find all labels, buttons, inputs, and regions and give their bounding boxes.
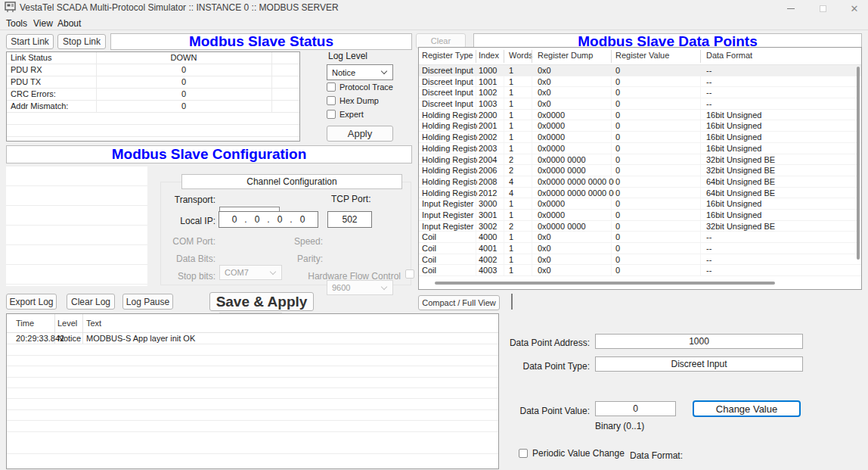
chevron-down-icon [381,284,387,290]
table-row[interactable]: Holding Register 2004 2 0x0000 0000 0 32… [419,154,861,166]
log-entry-row[interactable]: 20:29:33.842 Notice MODBUS-S App layer i… [7,333,498,344]
clear-log-button[interactable]: Clear Log [67,294,115,310]
local-ip-field[interactable]: 0 . 0 . 0 . 0 [219,211,318,228]
compact-view-button[interactable]: Compact / Full View [418,295,500,310]
table-row[interactable]: Discreet Input 1003 1 0x0 0 -- [419,98,861,110]
checkbox-icon [519,449,528,458]
cell-index: 2000 [479,110,506,120]
config-nav-list[interactable]: Channel Link Layer Data Points Advanced [6,167,147,286]
status-label: Link Status [11,52,94,64]
status-label: PDU RX [11,64,94,76]
table-row[interactable]: Input Register 3000 1 0x0000 0 16bit Uns… [419,198,861,210]
cell-register-dump: 0x0000 0000 0000 0000 [538,176,614,187]
table-row[interactable]: Discreet Input 1002 1 0x0 0 -- [419,87,861,98]
status-value: 0 [96,64,271,76]
table-row[interactable]: Holding Register 2002 1 0x0000 0 16bit U… [419,132,861,143]
log-level-dropdown[interactable]: Notice [327,64,393,80]
cell-register-value: 0 [615,265,705,275]
cell-register-value: 0 [615,232,705,242]
cell-register-value: 0 [615,176,705,187]
config-nav-item[interactable]: Advanced [7,226,147,246]
menu-tools[interactable]: Tools [6,18,27,29]
menu-about[interactable]: About [57,18,81,29]
table-row[interactable]: Input Register 3002 2 0x0000 0000 0 32bi… [419,221,861,232]
cell-register-type: Input Register [422,210,477,220]
cell-register-value: 0 [615,110,705,120]
title-bar: VestaTel SCADA Multi-Protocol Simulator … [0,0,868,15]
cell-register-dump: 0x0 [538,265,614,275]
hw-flow-checkbox [405,269,414,279]
expert-label: Expert [339,110,364,119]
clear-data-points-button[interactable]: Clear [416,33,466,48]
menu-view[interactable]: View [33,18,53,29]
cell-data-format: 32bit Unsigned BE [706,221,854,232]
table-row[interactable]: Holding Register 2006 2 0x0000 0000 0 32… [419,165,861,176]
col-index: Index [479,51,499,60]
cell-index: 2008 [479,176,506,187]
com-port-dropdown: COM7 [219,265,282,280]
start-link-button[interactable]: Start Link [6,34,54,49]
dp-type-label: Data Point Type: [499,361,590,372]
tcp-port-field[interactable]: 502 [327,211,372,228]
cell-words: 1 [509,243,536,254]
cell-register-dump: 0x0 [538,65,614,76]
protocol-trace-checkbox[interactable]: Protocol Trace [327,82,393,92]
expert-checkbox[interactable]: Expert [327,110,364,119]
export-log-button[interactable]: Export Log [6,294,57,310]
cell-register-type: Holding Register [422,154,477,165]
dp-value-field[interactable]: 0 [595,401,676,416]
table-row[interactable]: Holding Register 2001 1 0x0000 0 16bit U… [419,120,861,132]
config-nav-item[interactable]: Data Points [7,207,147,226]
dp-type-field[interactable]: Discreet Input [595,356,803,372]
cell-register-type: Holding Register [422,188,477,198]
table-row[interactable]: Coil 4002 1 0x0 0 -- [419,254,861,266]
minimize-button[interactable] [776,0,806,17]
cell-words: 1 [509,87,536,98]
cell-index: 2004 [479,154,506,165]
cell-register-value: 0 [615,243,705,254]
log-col-time: Time [16,319,34,328]
table-row[interactable]: Holding Register 2000 1 0x0000 0 16bit U… [419,110,861,121]
cell-register-value: 0 [615,120,705,131]
table-row[interactable]: Holding Register 2012 4 0x0000 0000 0000… [419,188,861,199]
window-title: VestaTel SCADA Multi-Protocol Simulator … [20,2,339,13]
cell-register-dump: 0x0000 [538,110,614,120]
log-empty-rows [7,344,498,468]
close-button[interactable]: ✕ [839,0,868,17]
maximize-button[interactable] [808,0,838,17]
change-value-button[interactable]: Change Value [693,400,801,417]
stop-link-button[interactable]: Stop Link [57,34,106,49]
config-nav-item[interactable]: Link Layer [7,187,147,207]
table-row[interactable]: Coil 4000 1 0x0 0 -- [419,232,861,243]
log-level-title: Log Level [310,51,386,61]
cell-register-type: Holding Register [422,120,477,131]
cell-data-format: -- [706,254,854,265]
save-apply-button[interactable]: Save & Apply [209,292,314,311]
cell-register-value: 0 [615,76,705,87]
dp-address-field[interactable]: 1000 [595,334,803,349]
table-row[interactable]: Holding Register 2003 1 0x0000 0 16bit U… [419,143,861,154]
cell-data-format: 16bit Unsigned [706,210,854,220]
cell-data-format: 16bit Unsigned [706,120,854,131]
status-label: PDU TX [11,76,94,88]
cell-data-format: -- [706,98,854,109]
table-row[interactable]: Discreet Input 1000 1 0x0 0 -- [419,65,861,76]
periodic-value-checkbox[interactable]: Periodic Value Change [519,448,625,459]
table-row[interactable]: Discreet Input 1001 1 0x0 0 -- [419,76,861,88]
cell-register-dump: 0x0000 0000 [538,221,614,232]
table-row[interactable]: Input Register 3001 1 0x0000 0 16bit Uns… [419,210,861,221]
vertical-scrollbar[interactable] [857,67,860,260]
config-nav-item[interactable]: Channel [7,167,147,187]
cell-register-dump: 0x0 [538,87,614,98]
data-points-header: Register Type Index Words Register Dump … [419,48,861,65]
table-row[interactable]: Coil 4003 1 0x0 0 -- [419,265,861,276]
apply-button[interactable]: Apply [327,126,393,142]
log-pause-button[interactable]: Log Pause [122,294,173,310]
hex-dump-checkbox[interactable]: Hex Dump [327,96,379,105]
cell-words: 1 [509,132,536,142]
cell-register-dump: 0x0000 [538,143,614,154]
table-row[interactable]: Holding Register 2008 4 0x0000 0000 0000… [419,176,861,188]
cell-words: 1 [509,98,536,109]
horizontal-scrollbar[interactable] [435,282,775,285]
table-row[interactable]: Coil 4001 1 0x0 0 -- [419,243,861,254]
